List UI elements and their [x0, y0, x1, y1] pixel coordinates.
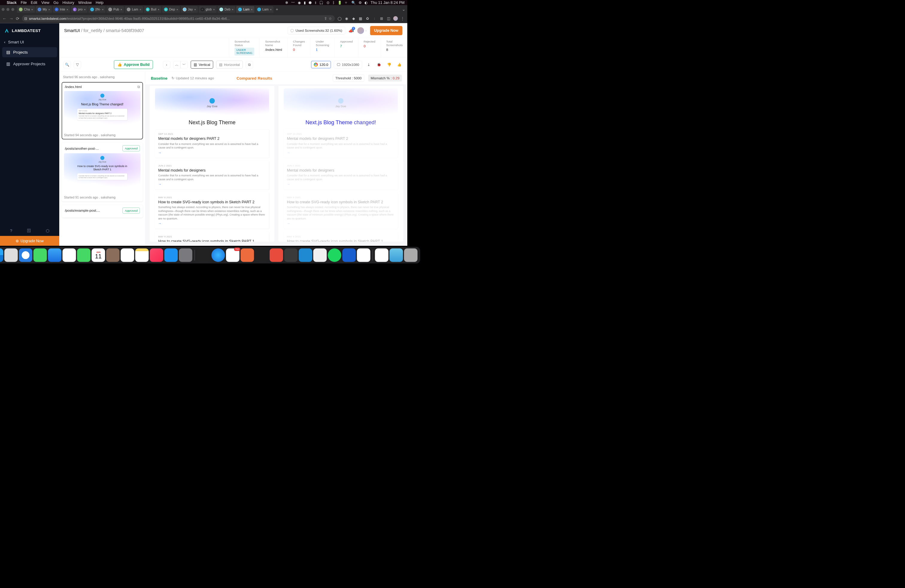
- dock-document[interactable]: [375, 248, 389, 262]
- dock-safari[interactable]: [19, 248, 32, 262]
- help-icon[interactable]: ?: [10, 229, 13, 233]
- dock-dbtool[interactable]: [313, 248, 327, 262]
- download-button[interactable]: ⤓: [365, 61, 372, 68]
- close-icon[interactable]: ×: [102, 8, 104, 11]
- dock-chrome[interactable]: [357, 248, 370, 262]
- resolution-select[interactable]: 🖵 1920x1080: [334, 61, 362, 68]
- close-icon[interactable]: ×: [194, 8, 196, 11]
- baseline-pane[interactable]: Jay Doe Next.js Blog Theme SEP 14 2021 M…: [150, 86, 275, 242]
- menu-edit[interactable]: Edit: [31, 0, 37, 5]
- status-icon[interactable]: ◉: [298, 1, 301, 5]
- dock-reminders[interactable]: [121, 248, 134, 262]
- dock-mail[interactable]: [48, 248, 61, 262]
- menubar-app-name[interactable]: Slack: [7, 0, 17, 5]
- screenshot-card[interactable]: /posts/another-post-... Approved Jay Doe…: [62, 143, 143, 202]
- dock-music[interactable]: [150, 248, 163, 262]
- browser-tab[interactable]: ◯Lam×: [255, 6, 273, 13]
- sidebar-back[interactable]: ‹ Smart UI: [0, 38, 59, 46]
- dock-vscode[interactable]: [298, 248, 312, 262]
- sidebar-upgrade[interactable]: ⊕ Upgrade Now: [0, 236, 59, 246]
- dock-notes[interactable]: [135, 248, 149, 262]
- dock-terminal[interactable]: [197, 248, 210, 262]
- play-icon[interactable]: ⊙: [327, 1, 330, 5]
- copy-icon[interactable]: ⧉: [137, 85, 140, 89]
- nav-forward-icon[interactable]: →: [9, 16, 13, 21]
- dock-contacts[interactable]: [106, 248, 120, 262]
- browser-tab[interactable]: ✦Deb×: [218, 6, 235, 13]
- close-icon[interactable]: ×: [67, 8, 68, 11]
- nav-prev-button[interactable]: ‹: [163, 61, 170, 68]
- browser-select[interactable]: 120.0: [311, 61, 331, 68]
- browser-tab[interactable]: 🌐Jay×: [181, 6, 198, 13]
- close-icon[interactable]: ×: [49, 8, 50, 11]
- crumb[interactable]: for_netlify: [84, 28, 102, 33]
- dock-figma[interactable]: [255, 248, 268, 262]
- dock-spotify[interactable]: [328, 248, 341, 262]
- upgrade-button[interactable]: Upgrade Now: [370, 26, 402, 35]
- browser-tab[interactable]: ◧pro×: [71, 6, 88, 13]
- close-icon[interactable]: ×: [84, 8, 86, 11]
- dock-facetime[interactable]: [77, 248, 90, 262]
- cube-icon[interactable]: ⬡: [46, 229, 49, 233]
- close-icon[interactable]: ×: [140, 8, 141, 11]
- browser-tab-active[interactable]: ◯Lam×: [236, 6, 254, 13]
- search-icon[interactable]: 🔍: [351, 1, 356, 5]
- status-icon[interactable]: ⦀: [315, 1, 316, 5]
- dock-launchpad[interactable]: [4, 248, 17, 262]
- screenshot-card[interactable]: /index.html ⧉ Jay Doe Next.js Blog Theme…: [62, 82, 143, 139]
- browser-tab[interactable]: ◯[IN-×: [88, 6, 105, 13]
- compare-mode-button[interactable]: ⧉: [246, 61, 253, 68]
- dock-trash[interactable]: [404, 248, 418, 262]
- close-icon[interactable]: ×: [176, 8, 178, 11]
- window-controls[interactable]: [2, 8, 14, 11]
- extension-icon[interactable]: ◆: [351, 16, 356, 21]
- browser-tab[interactable]: ◯My×: [36, 6, 52, 13]
- extension-icon[interactable]: ◯: [337, 16, 342, 21]
- close-icon[interactable]: ×: [213, 8, 215, 11]
- close-icon[interactable]: ×: [251, 8, 252, 11]
- siri-icon[interactable]: ◐: [365, 1, 367, 5]
- headphones-icon[interactable]: 🎧: [319, 1, 323, 5]
- dock-postman[interactable]: [241, 248, 254, 262]
- browser-tab[interactable]: ✦Cha×: [17, 6, 35, 13]
- dock-sublime[interactable]: [284, 248, 298, 262]
- crumb[interactable]: SmartUI: [64, 28, 80, 33]
- install-icon[interactable]: ⇪: [323, 16, 328, 21]
- approve-button[interactable]: 👍: [395, 61, 403, 68]
- menu-view[interactable]: View: [41, 0, 49, 5]
- browser-tab[interactable]: ◯Lam×: [125, 6, 143, 13]
- sidebar-item-projects[interactable]: ▤ Projects: [2, 47, 57, 57]
- search-button[interactable]: 🔍: [64, 61, 71, 68]
- status-icon[interactable]: ⬢: [308, 1, 311, 5]
- bluetooth-icon[interactable]: ᛒ: [332, 1, 335, 5]
- browser-menu-icon[interactable]: ⋮: [400, 16, 405, 21]
- browser-tab[interactable]: ◆Dep×: [162, 6, 180, 13]
- user-menu[interactable]: ⌄: [357, 27, 367, 34]
- browser-tab[interactable]: AInte×: [53, 6, 70, 13]
- logo[interactable]: LAMBDATEST: [0, 23, 59, 38]
- status-icon[interactable]: ✻: [285, 1, 288, 5]
- extensions-icon[interactable]: ⊞: [379, 16, 384, 21]
- nav-down-button[interactable]: ﹀: [181, 61, 187, 68]
- usage-indicator[interactable]: Used Screenshots:32 (1.60%): [287, 27, 345, 35]
- dock-settings[interactable]: [179, 248, 192, 262]
- wifi-icon[interactable]: ᯤ: [345, 1, 348, 5]
- dock-slack[interactable]: 762: [226, 248, 240, 262]
- close-icon[interactable]: ×: [232, 8, 233, 11]
- control-center-icon[interactable]: ⚙: [359, 1, 362, 5]
- dock-appstore[interactable]: [164, 248, 178, 262]
- extension-icon[interactable]: :: [372, 16, 377, 21]
- status-icon[interactable]: ▮: [304, 1, 306, 5]
- profile-avatar[interactable]: [393, 16, 398, 21]
- tab-overflow-icon[interactable]: ⌄: [402, 7, 405, 12]
- bookmark-icon[interactable]: ☆: [328, 16, 332, 21]
- extension-icon[interactable]: ▦: [358, 16, 363, 21]
- browser-tab[interactable]: ○glob×: [199, 6, 217, 13]
- browser-tab[interactable]: ◆Buil×: [144, 6, 161, 13]
- layout-horizontal-toggle[interactable]: ▤ Horizontal: [216, 61, 243, 69]
- screenshot-list[interactable]: Started 96 seconds ago . sakshamg /index…: [59, 72, 145, 246]
- menu-window[interactable]: Window: [78, 0, 92, 5]
- dock-finder[interactable]: [0, 248, 3, 262]
- menu-help[interactable]: Help: [96, 0, 103, 5]
- menu-file[interactable]: File: [21, 0, 27, 5]
